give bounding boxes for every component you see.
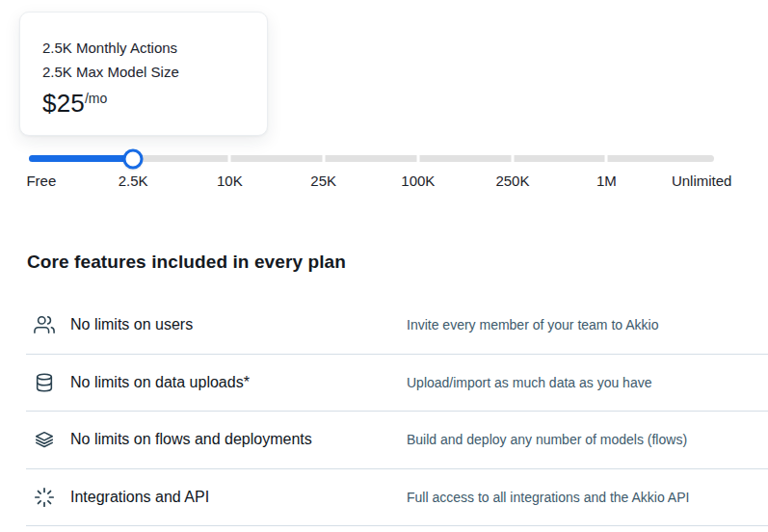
slider-stop-100k[interactable]: 100K bbox=[401, 173, 435, 189]
slider-stop-unlimited[interactable]: Unlimited bbox=[672, 173, 732, 189]
slider-stop-25k[interactable]: 25K bbox=[310, 173, 336, 189]
slider-stop-2-5k[interactable]: 2.5K bbox=[119, 173, 148, 189]
feature-title: No limits on users bbox=[70, 316, 407, 333]
slider-fill bbox=[29, 155, 133, 162]
features-list: No limits on users Invite every member o… bbox=[26, 297, 768, 526]
slider-stop-1m[interactable]: 1M bbox=[596, 173, 617, 189]
users-icon bbox=[34, 314, 55, 335]
slider-tick-gap bbox=[416, 155, 419, 162]
feature-row-users: No limits on users Invite every member o… bbox=[26, 297, 768, 355]
slider-tick-gap bbox=[322, 155, 325, 162]
price-period: /mo bbox=[85, 91, 107, 106]
feature-title: No limits on data uploads* bbox=[70, 374, 407, 391]
slider-handle[interactable] bbox=[123, 148, 144, 169]
feature-title: Integrations and API bbox=[70, 489, 407, 506]
max-model-size-text: 2.5K Max Model Size bbox=[42, 60, 267, 84]
feature-row-flows: No limits on flows and deployments Build… bbox=[26, 412, 768, 469]
slider-stop-250k[interactable]: 250K bbox=[495, 173, 529, 189]
features-heading: Core features included in every plan bbox=[27, 252, 346, 273]
feature-description: Full access to all integrations and the … bbox=[407, 490, 689, 505]
plan-tooltip-card: 2.5K Monthly Actions 2.5K Max Model Size… bbox=[19, 12, 268, 136]
slider-labels: Free 2.5K 10K 25K 100K 250K 1M Unlimited bbox=[29, 173, 714, 192]
slider-tick-gap bbox=[228, 155, 231, 162]
monthly-actions-text: 2.5K Monthly Actions bbox=[42, 36, 267, 60]
feature-row-data-uploads: No limits on data uploads* Upload/import… bbox=[26, 355, 768, 412]
plan-slider-track[interactable] bbox=[29, 155, 714, 162]
loader-icon bbox=[34, 487, 55, 508]
price-value: $25 bbox=[42, 89, 85, 118]
slider-stop-free[interactable]: Free bbox=[26, 173, 56, 189]
slider-tick-gap bbox=[511, 155, 514, 162]
feature-row-integrations: Integrations and API Full access to all … bbox=[26, 469, 768, 527]
feature-description: Invite every member of your team to Akki… bbox=[407, 317, 658, 332]
feature-description: Upload/import as much data as you have bbox=[407, 375, 651, 390]
layers-icon bbox=[34, 429, 55, 450]
database-icon bbox=[34, 372, 55, 393]
feature-title: No limits on flows and deployments bbox=[70, 431, 407, 448]
feature-description: Build and deploy any number of models (f… bbox=[407, 432, 687, 447]
slider-stop-10k[interactable]: 10K bbox=[217, 173, 243, 189]
slider-tick-gap bbox=[605, 155, 608, 162]
plan-price: $25/mo bbox=[42, 89, 267, 119]
